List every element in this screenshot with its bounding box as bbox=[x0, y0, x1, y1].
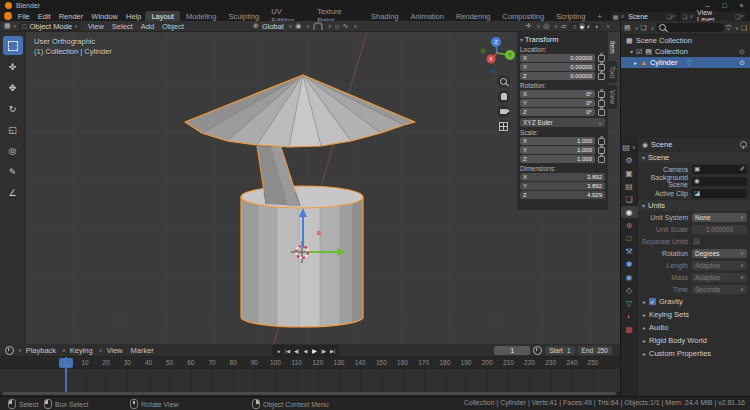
menu-object[interactable]: Object bbox=[158, 22, 188, 31]
location-z-field[interactable]: Z0.00000 bbox=[520, 72, 595, 80]
tool-scale[interactable]: ◱ bbox=[3, 120, 23, 139]
tool-move[interactable]: ✥ bbox=[3, 78, 23, 97]
shading-rendered-icon[interactable]: ◑ bbox=[593, 23, 599, 30]
scrollbar-thumb[interactable] bbox=[2, 392, 616, 395]
cone-object[interactable] bbox=[185, 75, 415, 147]
lock-icon[interactable] bbox=[598, 64, 605, 71]
location-y-field[interactable]: Y0.00000 bbox=[520, 63, 595, 71]
play-reverse-button[interactable]: ◀ bbox=[301, 348, 310, 354]
menu-select[interactable]: Select bbox=[108, 22, 137, 31]
rotation-y-field[interactable]: Y0° bbox=[520, 99, 595, 107]
tab-object-data[interactable]: ▽ bbox=[621, 297, 638, 309]
tab-object[interactable]: □ bbox=[621, 232, 638, 244]
tab-texture[interactable]: ▦ bbox=[621, 323, 638, 335]
proportional-editing-icon[interactable]: ○ bbox=[335, 22, 340, 31]
tab-output[interactable]: ▤ bbox=[621, 180, 638, 192]
snap-magnet-icon[interactable] bbox=[313, 22, 323, 30]
workspace-tab-compositing[interactable]: Compositing bbox=[497, 11, 551, 21]
outliner-search-input[interactable] bbox=[656, 23, 723, 32]
unlink-scene-icon[interactable]: × bbox=[672, 13, 676, 19]
gravity-checkbox[interactable]: ✓ bbox=[649, 298, 656, 305]
scale-x-field[interactable]: X1.000 bbox=[520, 137, 595, 145]
play-button[interactable]: ▶ bbox=[310, 347, 319, 354]
workspace-tab-sculpting[interactable]: Sculpting bbox=[222, 11, 265, 21]
audio-panel-header[interactable]: ▸Audio bbox=[638, 321, 750, 334]
workspace-tab-scripting[interactable]: Scripting bbox=[550, 11, 591, 21]
menu-add[interactable]: Add bbox=[137, 22, 158, 31]
dimensions-z-field[interactable]: Z4.029 bbox=[520, 191, 605, 199]
jump-to-end-button[interactable]: ▶| bbox=[328, 348, 337, 354]
lock-icon[interactable] bbox=[598, 73, 605, 80]
lock-icon[interactable] bbox=[598, 156, 605, 163]
tool-select-box[interactable] bbox=[3, 36, 23, 55]
tab-item[interactable]: Item bbox=[608, 36, 617, 59]
tool-rotate[interactable]: ↻ bbox=[3, 99, 23, 118]
lock-icon[interactable] bbox=[598, 109, 605, 116]
timeline-tracks[interactable] bbox=[0, 369, 620, 392]
unit-system-dropdown[interactable]: None∨ bbox=[692, 213, 747, 222]
rotation-x-field[interactable]: X0° bbox=[520, 90, 595, 98]
viewport-3d[interactable]: Z Y X ✜ ✥ ↻ ◱ ◎ ✎ ∠ User Orthographic (1… bbox=[0, 32, 620, 344]
pin-icon[interactable] bbox=[740, 141, 747, 148]
tab-view[interactable]: View bbox=[608, 85, 617, 109]
pan-button[interactable] bbox=[497, 90, 510, 103]
menu-view[interactable]: View bbox=[84, 22, 108, 31]
xray-toggle-icon[interactable]: ▱ bbox=[561, 22, 566, 30]
playhead-line[interactable] bbox=[65, 357, 67, 392]
timeline-editor-icon[interactable] bbox=[5, 346, 14, 355]
tab-particles[interactable]: ✱ bbox=[621, 258, 638, 270]
tab-view-layer[interactable]: ❏ bbox=[621, 193, 638, 205]
gizmo-neg-y-ball[interactable] bbox=[481, 49, 486, 54]
pivot-point-icon[interactable]: ◉ bbox=[295, 22, 301, 30]
eye-icon[interactable]: ⊙ bbox=[739, 48, 745, 56]
jump-to-start-button[interactable]: |◀ bbox=[283, 348, 292, 354]
location-x-field[interactable]: X0.00000 bbox=[520, 54, 595, 62]
workspace-tab-uv-editing[interactable]: UV Editing bbox=[265, 11, 311, 21]
workspace-tab-modeling[interactable]: Modeling bbox=[180, 11, 222, 21]
tool-annotate[interactable]: ✎ bbox=[3, 162, 23, 181]
active-clip-field[interactable]: ◪ bbox=[692, 189, 747, 198]
rigid-body-world-panel-header[interactable]: ▸Rigid Body World bbox=[638, 334, 750, 347]
shading-wireframe-icon[interactable]: ○ bbox=[571, 23, 577, 30]
menu-keying[interactable]: Keying bbox=[66, 346, 97, 355]
falloff-curve-icon[interactable]: ∿ bbox=[343, 22, 349, 30]
menu-edit[interactable]: Edit bbox=[34, 12, 55, 21]
time-dropdown[interactable]: Seconds∨ bbox=[692, 285, 747, 294]
tab-physics[interactable]: ◉ bbox=[621, 271, 638, 283]
transform-orientation-dropdown[interactable]: Global bbox=[262, 22, 284, 31]
tool-transform[interactable]: ◎ bbox=[3, 141, 23, 160]
rotation-mode-dropdown[interactable]: XYZ Euler∨ bbox=[520, 118, 605, 127]
zoom-button[interactable] bbox=[497, 75, 510, 88]
stopwatch-icon[interactable] bbox=[533, 346, 542, 355]
rotation-units-dropdown[interactable]: Degrees∨ bbox=[692, 249, 747, 258]
collection-checkbox-icon[interactable]: ☑ bbox=[636, 48, 642, 56]
lock-icon[interactable] bbox=[598, 55, 605, 62]
separate-units-checkbox[interactable] bbox=[692, 237, 701, 246]
blender-menu-icon[interactable] bbox=[4, 12, 12, 20]
tab-modifiers[interactable]: ⚒ bbox=[621, 245, 638, 257]
filter-icon[interactable]: ▽ bbox=[726, 24, 731, 32]
gizmo-neg-z-ball[interactable] bbox=[491, 69, 496, 74]
properties-editor-icon[interactable]: ▤∨ bbox=[621, 141, 638, 153]
navigation-gizmo[interactable]: Z Y X bbox=[481, 37, 516, 74]
close-button[interactable]: × bbox=[733, 0, 750, 11]
scale-z-field[interactable]: Z1.000 bbox=[520, 155, 595, 163]
menu-playback[interactable]: Playback bbox=[22, 346, 60, 355]
camera-field[interactable]: ▣✐ bbox=[692, 165, 747, 174]
menu-file[interactable]: File bbox=[14, 12, 34, 21]
tool-measure[interactable]: ∠ bbox=[3, 183, 23, 202]
tool-cursor[interactable]: ✜ bbox=[3, 57, 23, 76]
menu-render[interactable]: Render bbox=[55, 12, 88, 21]
keying-sets-panel-header[interactable]: ▸Keying Sets bbox=[638, 308, 750, 321]
tab-render[interactable]: ▣ bbox=[621, 167, 638, 179]
disclosure-triangle-icon[interactable]: ▸ bbox=[634, 59, 637, 66]
tab-tool[interactable]: Tool bbox=[608, 61, 617, 83]
current-frame-field[interactable]: 1 bbox=[494, 346, 530, 355]
length-dropdown[interactable]: Adaptive∨ bbox=[692, 261, 747, 270]
editor-type-icon[interactable]: ▦ bbox=[4, 22, 11, 30]
end-frame-field[interactable]: End250 bbox=[578, 346, 612, 355]
workspace-tab-animation[interactable]: Animation bbox=[405, 11, 450, 21]
tab-scene[interactable]: ◉ bbox=[621, 206, 638, 218]
background-scene-field[interactable]: ◉ bbox=[692, 177, 747, 186]
overlays-toggle-icon[interactable]: ◎ bbox=[543, 22, 549, 30]
